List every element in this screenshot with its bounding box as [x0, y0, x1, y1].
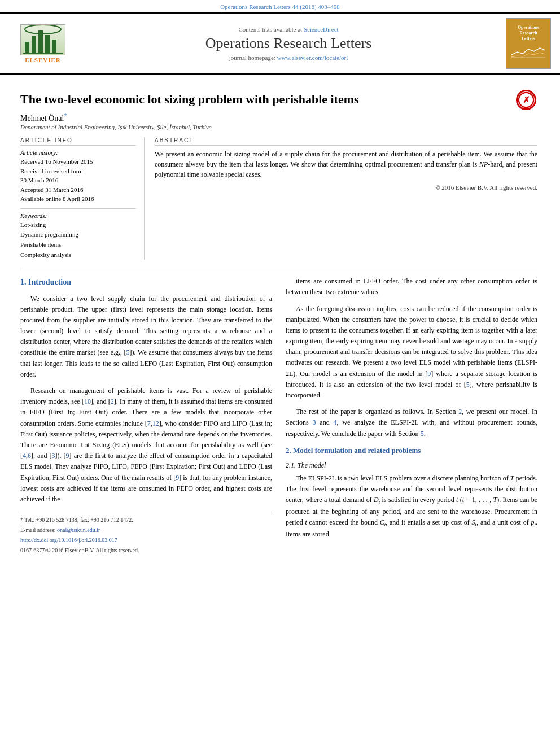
elsevier-text-label: ELSEVIER [25, 56, 61, 63]
footnote-star: * Tel.: +90 216 528 7138; fax: +90 216 7… [20, 516, 272, 525]
left-body-column: 1. Introduction We consider a two level … [20, 276, 272, 556]
section2-heading: 2. Model formulation and related problem… [286, 445, 537, 457]
article-info-header: ARTICLE INFO [20, 137, 136, 146]
paper-title: The two-level economic lot sizing proble… [20, 91, 537, 108]
keywords-list: Lot-sizing Dynamic programming Perishabl… [20, 220, 136, 260]
elsevier-tree-graphic [20, 24, 65, 55]
section4-link[interactable]: 4 [334, 418, 337, 426]
ref6-link[interactable]: 6 [28, 452, 31, 460]
revised-label: Received in revised form [20, 167, 136, 176]
accepted-date: Accepted 31 March 2016 [20, 185, 136, 195]
svg-rect-4 [52, 40, 56, 53]
section5-link[interactable]: 5 [421, 430, 424, 438]
body-divider [20, 269, 537, 269]
journal-cover-thumbnail: Operations Research Letters [506, 18, 551, 69]
ref12-link[interactable]: 12 [152, 420, 159, 427]
journal-header: ELSEVIER Contents lists available at Sci… [0, 12, 560, 75]
abstract-text: We present an economic lot sizing model … [155, 149, 537, 180]
subsection21-heading: 2.1. The model [286, 460, 537, 471]
ref5-link-r[interactable]: 5 [466, 381, 470, 388]
article-content: ✗ The two-level economic lot sizing prob… [0, 75, 560, 565]
sciencedirect-link[interactable]: ScienceDirect [304, 26, 339, 33]
paper-title-section: ✗ The two-level economic lot sizing prob… [20, 91, 537, 108]
ref5-link-1[interactable]: 5 [126, 348, 130, 356]
history-label: Article history: [20, 149, 136, 156]
email-label: E-mail address: [20, 527, 55, 533]
section1-right-para3: The rest of the paper is organized as fo… [286, 407, 537, 439]
elsevier-logo-area: ELSEVIER [9, 24, 77, 63]
affiliation: Department of Industrial Engineering, Iş… [20, 124, 537, 130]
keywords-label: Keywords: [20, 212, 136, 219]
doi-line: http://dx.doi.org/10.1016/j.orl.2016.03.… [20, 536, 272, 545]
journal-citation-bar: Operations Research Letters 44 (2016) 40… [0, 0, 560, 12]
crossmark-icon: ✗ [516, 90, 536, 110]
homepage-url[interactable]: www.elsevier.com/locate/orl [277, 54, 348, 61]
section2-link[interactable]: 2 [458, 408, 462, 416]
ref3-link[interactable]: 3 [52, 452, 55, 460]
journal-citation: Operations Research Letters 44 (2016) 40… [220, 3, 340, 10]
ref9-link-1[interactable]: 9 [66, 452, 69, 460]
doi-link[interactable]: http://dx.doi.org/10.1016/j.orl.2016.03.… [20, 537, 117, 543]
keyword-1: Lot-sizing [20, 220, 136, 230]
email-footnote: E-mail address: onal@isikun.edu.tr [20, 526, 272, 535]
ref7-link[interactable]: 7 [147, 420, 151, 427]
ref4-link[interactable]: 4 [23, 452, 26, 460]
author-sup: * [64, 112, 67, 119]
author-name: Mehmet Önal* [20, 112, 537, 123]
section1-right-para2: As the foregoing discussion implies, cos… [286, 304, 537, 401]
ref10-link[interactable]: 10 [84, 397, 91, 405]
elsevier-logo: ELSEVIER [9, 24, 77, 63]
cover-title-text: Operations Research Letters [511, 25, 545, 62]
svg-rect-1 [32, 36, 36, 53]
journal-center-header: Contents lists available at ScienceDirec… [77, 26, 500, 61]
revised-date: 30 March 2016 [20, 176, 136, 185]
keywords-section: Keywords: Lot-sizing Dynamic programming… [20, 212, 136, 260]
journal-cover-right: Operations Research Letters [500, 18, 551, 69]
ref2-link[interactable]: 2 [111, 397, 114, 405]
svg-rect-3 [45, 35, 50, 53]
available-date: Available online 8 April 2016 [20, 194, 136, 204]
section1-para1: We consider a two level supply chain for… [20, 294, 272, 381]
contents-line: Contents lists available at ScienceDirec… [77, 26, 500, 33]
footer-area: * Tel.: +90 216 528 7138; fax: +90 216 7… [20, 512, 272, 555]
history-content: Received 16 November 2015 Received in re… [20, 157, 136, 204]
article-info-column: ARTICLE INFO Article history: Received 1… [20, 137, 145, 260]
body-columns: 1. Introduction We consider a two level … [20, 276, 537, 556]
section1-para2: Research on management of perishable ite… [20, 386, 272, 505]
issn-line: 0167-6377/© 2016 Elsevier B.V. All right… [20, 546, 272, 555]
crossmark-area: ✗ [515, 89, 537, 111]
received-date: Received 16 November 2015 [20, 157, 136, 167]
right-body-column: items are consumed in LEFO order. The co… [286, 276, 537, 556]
section3-link[interactable]: 3 [313, 418, 316, 426]
keyword-4: Complexity analysis [20, 250, 136, 260]
svg-text:✗: ✗ [523, 95, 530, 104]
email-link[interactable]: onal@isikun.edu.tr [57, 527, 100, 533]
ref9-link-2[interactable]: 9 [176, 474, 179, 482]
abstract-header: ABSTRACT [155, 137, 537, 146]
keyword-3: Perishable items [20, 240, 136, 250]
homepage-line: journal homepage: www.elsevier.com/locat… [77, 54, 500, 61]
section1-right-para1: items are consumed in LEFO order. The co… [286, 276, 537, 298]
abstract-column: ABSTRACT We present an economic lot sizi… [145, 137, 537, 260]
journal-title: Operations Research Letters [77, 35, 500, 52]
ref9-link-r[interactable]: 9 [427, 370, 431, 378]
section2-para1: The ELSPI-2L is a two level ELS problem … [286, 473, 537, 540]
copyright-line: © 2016 Elsevier B.V. All rights reserved… [155, 184, 537, 191]
article-history-section: Article history: Received 16 November 20… [20, 149, 136, 204]
section1-heading: 1. Introduction [20, 276, 272, 289]
svg-rect-0 [25, 42, 29, 53]
keyword-2: Dynamic programming [20, 230, 136, 240]
article-meta-row: ARTICLE INFO Article history: Received 1… [20, 137, 537, 260]
